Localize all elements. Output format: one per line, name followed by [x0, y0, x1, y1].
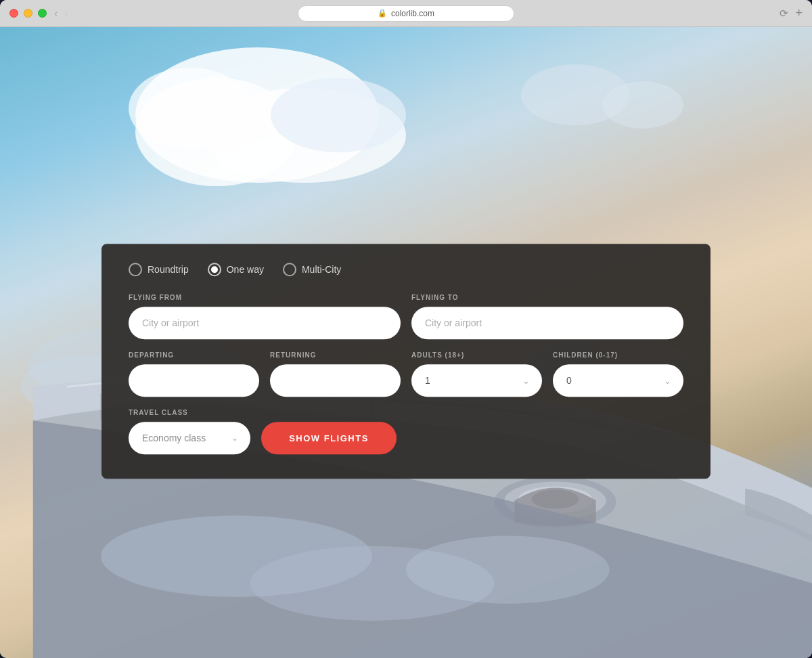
submit-wrapper: SHOW FLIGHTS	[261, 422, 397, 454]
travel-class-group: TRAVEL CLASS Economy class ⌄	[129, 409, 250, 454]
oneway-label: One way	[227, 264, 264, 275]
forward-icon: ›	[64, 7, 68, 20]
maximize-button[interactable]	[38, 9, 47, 18]
adults-down-arrow[interactable]: ⌄	[522, 376, 530, 386]
close-button[interactable]	[9, 9, 18, 18]
roundtrip-label: Roundtrip	[148, 264, 189, 275]
multicity-label: Multi-City	[302, 264, 341, 275]
oneway-option[interactable]: One way	[208, 263, 264, 276]
address-bar[interactable]: 🔒 colorlib.com	[298, 5, 514, 22]
url-text: colorlib.com	[391, 9, 434, 18]
airports-row: FLYING FROM FLYNING TO	[129, 294, 683, 339]
flying-from-input[interactable]	[129, 307, 401, 339]
search-card: Roundtrip One way Multi-City FLYING FROM	[102, 244, 710, 479]
nav-arrows: ‹ ›	[54, 7, 68, 20]
class-submit-row: TRAVEL CLASS Economy class ⌄ SHOW FLIGHT…	[129, 409, 683, 454]
flying-to-group: FLYNING TO	[411, 294, 683, 339]
browser-window: ‹ › 🔒 colorlib.com ⟳ +	[0, 0, 812, 658]
multicity-option[interactable]: Multi-City	[283, 263, 341, 276]
back-icon[interactable]: ‹	[54, 7, 58, 20]
flying-to-input[interactable]	[411, 307, 683, 339]
lock-icon: 🔒	[378, 9, 387, 18]
children-down-arrow[interactable]: ⌄	[664, 376, 671, 386]
children-counter: 0 ⌄	[553, 364, 683, 397]
svg-point-22	[406, 536, 610, 604]
adults-label: ADULTS (18+)	[411, 351, 542, 359]
toolbar-icons: ⟳ +	[780, 6, 803, 20]
flying-from-label: FLYING FROM	[129, 294, 401, 301]
roundtrip-radio[interactable]	[129, 263, 142, 276]
travel-class-select-wrapper: Economy class ⌄	[129, 422, 250, 454]
reload-icon[interactable]: ⟳	[780, 7, 788, 20]
adults-group: ADULTS (18+) 1 ⌄	[411, 351, 542, 397]
show-flights-button[interactable]: SHOW FLIGHTS	[261, 422, 397, 454]
travel-class-label: TRAVEL CLASS	[129, 409, 250, 416]
oneway-radio[interactable]	[208, 263, 221, 276]
children-group: CHILDREN (0-17) 0 ⌄	[553, 351, 683, 397]
traffic-lights	[9, 9, 47, 18]
returning-group: RETURNING	[270, 351, 401, 397]
returning-label: RETURNING	[270, 351, 401, 359]
departing-group: DEPARTING	[129, 351, 259, 397]
multicity-radio[interactable]	[283, 263, 296, 276]
add-tab-icon[interactable]: +	[795, 6, 803, 20]
flying-from-group: FLYING FROM	[129, 294, 401, 339]
details-row: DEPARTING RETURNING ADULTS (18+) 1 ⌄	[129, 351, 683, 397]
departing-input[interactable]	[129, 364, 259, 397]
departing-label: DEPARTING	[129, 351, 259, 359]
titlebar: ‹ › 🔒 colorlib.com ⟳ +	[0, 0, 812, 27]
adults-counter: 1 ⌄	[411, 364, 542, 397]
travel-class-select[interactable]: Economy class	[129, 422, 250, 454]
roundtrip-option[interactable]: Roundtrip	[129, 263, 189, 276]
browser-content: Roundtrip One way Multi-City FLYING FROM	[0, 27, 812, 658]
trip-type-selector: Roundtrip One way Multi-City	[129, 263, 683, 276]
flying-to-label: FLYNING TO	[411, 294, 683, 301]
children-label: CHILDREN (0-17)	[553, 351, 683, 359]
minimize-button[interactable]	[24, 9, 32, 18]
returning-input[interactable]	[270, 364, 401, 397]
